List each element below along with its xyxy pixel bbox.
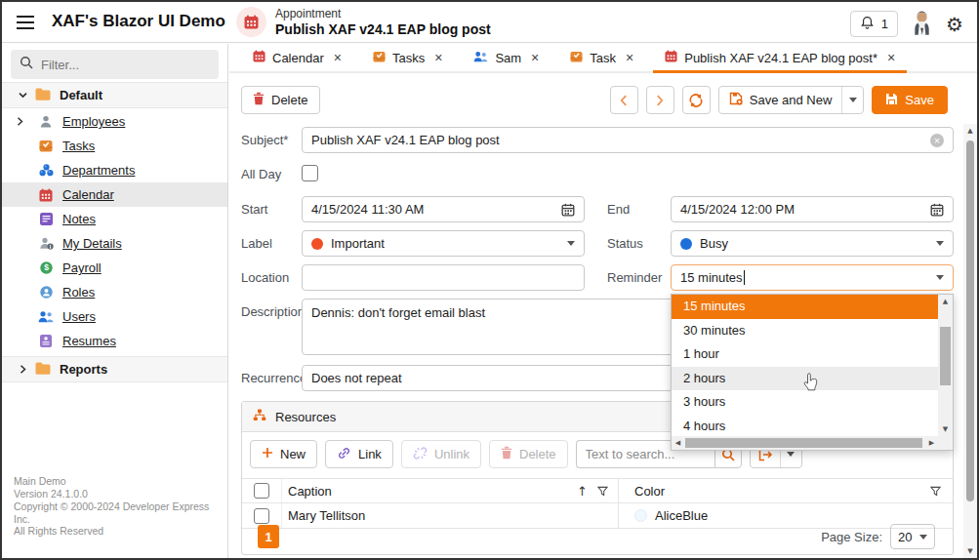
scroll-up-arrow[interactable]: ▲ [963,124,977,138]
chevron-down-icon[interactable] [936,241,944,246]
chevron-down-icon[interactable] [567,241,575,246]
close-icon[interactable]: × [531,51,539,64]
page-size-value: 20 [898,530,912,544]
close-icon[interactable]: × [887,51,895,64]
dropdown-option-30-minutes[interactable]: 30 minutes [672,319,938,343]
scroll-down-arrow[interactable]: ▼ [938,422,953,436]
filter-input[interactable] [41,58,197,72]
scroll-right-arrow[interactable]: ▶ [925,436,938,450]
reminder-select[interactable]: 15 minutes [671,264,954,291]
save-and-new-dropdown[interactable] [841,87,863,113]
app-title: XAF's Blazor UI Demo [52,12,225,31]
tab-sam[interactable]: Sam × [458,44,554,71]
hamburger-menu-icon[interactable] [15,13,36,32]
select-all-checkbox[interactable] [254,483,269,499]
close-icon[interactable]: × [434,51,442,64]
label-select[interactable]: Important [302,230,585,257]
sidebar-group-default[interactable]: Default [2,82,227,108]
sidebar-item-roles[interactable]: Roles [2,280,227,304]
tab-calendar[interactable]: Calendar × [237,44,357,71]
tab-label: Calendar [272,51,324,65]
sidebar-item-tasks[interactable]: Tasks [2,134,227,158]
reminder-value: 15 minutes [680,270,743,285]
close-icon[interactable]: × [626,51,633,64]
tab-label: Publish XAF v24.1 EAP blog post* [684,51,877,65]
departments-icon [37,164,55,177]
color-column-header[interactable]: Color [634,484,665,499]
label-value: Important [331,236,385,251]
date-picker-icon[interactable] [930,203,944,217]
dropdown-option-3-hours[interactable]: 3 hours [672,390,938,415]
location-label: Location [241,270,289,285]
scroll-down-arrow[interactable]: ▼ [963,544,977,558]
sidebar-item-my-details[interactable]: My Details [2,231,227,256]
main-scrollbar[interactable]: ▲ ▼ [963,124,977,558]
sidebar-filter[interactable] [11,50,219,79]
end-date-input[interactable]: 4/15/2024 12:00 PM [671,196,954,222]
page-size-label: Page Size: [821,530,882,544]
sidebar-item-notes[interactable]: Notes [2,207,227,231]
scrollbar-thumb[interactable] [966,140,974,501]
end-label: End [607,202,630,217]
dropdown-option-15-minutes[interactable]: 15 minutes [672,295,938,319]
scroll-left-arrow[interactable]: ◀ [672,436,684,450]
scrollbar-thumb[interactable] [940,327,951,385]
chevron-right-icon [10,364,35,375]
location-input[interactable] [302,264,585,291]
notifications-button[interactable]: 1 [850,11,898,37]
sidebar-item-employees[interactable]: Employees [2,109,227,134]
filter-icon[interactable] [597,486,608,497]
save-button[interactable]: Save [872,86,948,114]
subject-label: Subject* [241,133,288,147]
start-date-input[interactable]: 4/15/2024 11:30 AM [302,196,585,222]
dropdown-horizontal-scrollbar[interactable]: ◀ ▶ [672,436,938,450]
scroll-up-arrow[interactable]: ▲ [938,295,953,308]
tab-publish-xaf-blog-post[interactable]: Publish XAF v24.1 EAP blog post* × [649,44,911,71]
unlink-button[interactable]: Unlink [401,440,481,468]
date-picker-icon[interactable] [561,203,575,217]
sidebar-item-resumes[interactable]: Resumes [2,329,227,353]
sidebar-group-label: Default [60,88,102,102]
close-icon[interactable]: × [334,51,342,64]
tab-task[interactable]: Task × [554,44,649,71]
sort-ascending-icon[interactable]: ↑ [577,484,588,499]
sidebar-item-calendar[interactable]: Calendar [2,182,227,207]
gear-icon[interactable]: ⚙ [946,15,963,34]
scrollbar-thumb[interactable] [685,438,922,448]
dropdown-vertical-scrollbar[interactable]: ▲ ▼ [938,295,953,436]
status-select[interactable]: Busy [671,230,954,257]
previous-record-button[interactable] [610,86,638,114]
sidebar-item-departments[interactable]: Departments [2,158,227,182]
subject-input[interactable]: Publish XAF v24.1 EAP blog post × [302,127,954,153]
page-1-button[interactable]: 1 [258,525,279,548]
chevron-down-icon[interactable] [936,275,944,280]
all-day-checkbox[interactable] [302,165,318,181]
avatar[interactable] [912,9,932,39]
dropdown-option-1-hour[interactable]: 1 hour [672,342,938,367]
next-record-button[interactable] [646,86,674,114]
sidebar-item-users[interactable]: Users [2,304,227,329]
delete-button[interactable]: Delete [241,86,320,114]
dropdown-option-2-hours[interactable]: 2 hours [672,367,938,391]
link-button[interactable]: Link [325,440,393,468]
save-icon [885,93,898,108]
sidebar-item-label: Resumes [62,334,116,348]
sidebar-item-payroll[interactable]: $ Payroll [2,256,227,280]
chevron-right-icon[interactable] [16,116,29,127]
save-and-new-label: Save and New [750,93,833,107]
delete-resource-button[interactable]: Delete [489,440,568,468]
page-size-select[interactable]: 20 [890,524,935,549]
save-and-new-main[interactable]: Save and New [719,87,842,113]
refresh-button[interactable] [682,86,711,114]
tab-tasks[interactable]: Tasks × [357,44,458,71]
status-label: Status [607,236,643,251]
filter-icon[interactable] [930,486,941,497]
clear-icon[interactable]: × [930,134,944,147]
dropdown-option-4-hours[interactable]: 4 hours [672,415,938,437]
caption-column-header[interactable]: Caption [288,484,332,499]
sidebar-group-reports[interactable]: Reports [2,356,227,382]
trash-icon [501,446,512,462]
delete-resource-label: Delete [519,447,556,461]
new-button[interactable]: New [250,440,317,468]
save-and-new-button[interactable]: Save and New [718,86,865,114]
